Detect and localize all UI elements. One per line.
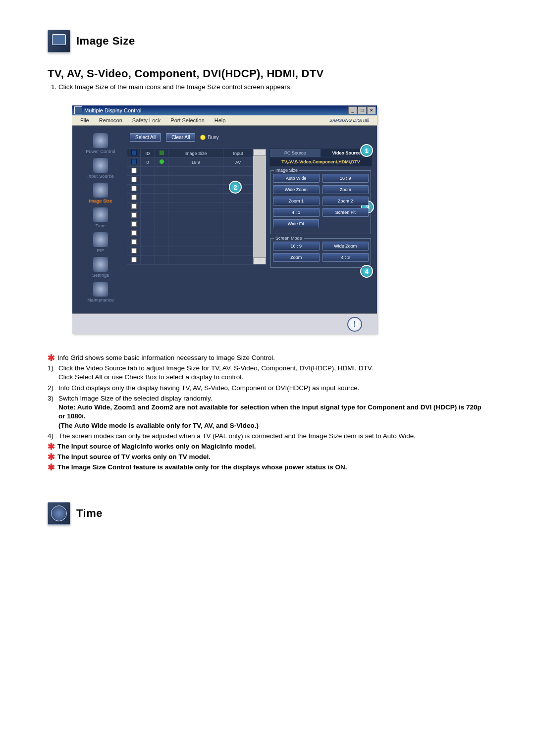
info-row-star3: ✱ The Input source of TV works only on T… <box>48 453 487 461</box>
scroll-up-icon[interactable]: ▲ <box>253 149 266 156</box>
right-panel: PC Source Video Source TV,AV,S-Video,Com… <box>269 149 372 308</box>
titlebar: Multiple Display Control _ □ ✕ <box>72 105 377 115</box>
btn-sm-wide-zoom[interactable]: Wide Zoom <box>322 242 369 251</box>
btn-4-3[interactable]: 4 : 3 <box>273 208 320 217</box>
section-header-time: Time <box>48 502 487 525</box>
sidebar-item-settings[interactable]: Settings <box>77 257 124 278</box>
list-num-2: 2) <box>48 384 58 393</box>
minimize-button[interactable]: _ <box>348 106 357 114</box>
sidebar-label-time: Time <box>77 223 124 228</box>
menubar: File Remocon Safety Lock Port Selection … <box>72 115 377 126</box>
menu-file[interactable]: File <box>75 117 94 123</box>
table-row <box>127 194 267 202</box>
info-text-2: Info Grid displays only the display havi… <box>58 384 487 393</box>
subtitle-inputs: TV, AV, S-Video, Component, DVI(HDCP), H… <box>48 67 487 80</box>
menu-safety[interactable]: Safety Lock <box>127 117 165 123</box>
info-grid: ID Image Size Input ▲ ▼ <box>127 149 267 308</box>
callout-2: 2 <box>229 181 242 194</box>
info-row-2: 2) Info Grid displays only the display h… <box>48 384 487 393</box>
gear-icon <box>93 257 108 272</box>
btn-wide-zoom[interactable]: Wide Zoom <box>273 185 320 194</box>
list-num-1: 1) <box>48 364 58 373</box>
btn-16-9[interactable]: 16 : 9 <box>322 174 369 183</box>
star-icon: ✱ <box>48 463 57 472</box>
sidebar-label-input: Input Source <box>77 174 124 179</box>
info-row-star4: ✱ The Image Size Control feature is avai… <box>48 463 487 472</box>
table-row <box>127 185 267 194</box>
maximize-button[interactable]: □ <box>358 106 367 114</box>
info-row-star: ✱ Info Grid shows some basic information… <box>48 353 487 362</box>
sidebar-label-power: Power Control <box>77 149 124 154</box>
col-id: ID <box>141 149 155 158</box>
clock-icon <box>48 502 70 525</box>
cell-id: 0 <box>141 158 155 167</box>
col-check[interactable] <box>127 149 141 158</box>
table-row <box>127 211 267 220</box>
sidebar-label-image: Image Size <box>77 199 124 203</box>
table-row <box>127 202 267 211</box>
col-size: Image Size <box>168 149 223 158</box>
main-topbar: Select All Clear All Busy <box>127 131 372 145</box>
sidebar-item-input[interactable]: Input Source <box>77 158 124 179</box>
info-text-4: The screen modes can only be adjusted wh… <box>58 432 487 441</box>
statusbar: ! <box>72 313 377 334</box>
close-button[interactable]: ✕ <box>367 106 376 114</box>
busy-label: Busy <box>208 135 218 140</box>
sidebar-item-time[interactable]: Time <box>77 207 124 228</box>
app-screenshot: 1 2 3 4 Multiple Display Control _ □ ✕ F… <box>72 105 487 334</box>
sidebar-item-power[interactable]: Power Control <box>77 133 124 154</box>
btn-auto-wide[interactable]: Auto Wide <box>273 174 320 183</box>
sidebar-label-pip: PIP <box>77 248 124 253</box>
sidebar-item-image[interactable]: Image Size <box>77 183 124 203</box>
table-row <box>127 229 267 238</box>
info-text-1a: Click the Video Source tab to adjust Ima… <box>58 364 487 382</box>
section-header-image: Image Size <box>48 30 487 52</box>
col-input: Input <box>223 149 253 158</box>
row-checkbox[interactable] <box>131 159 137 164</box>
panel-subheader: TV,AV,S-Video,Component,HDMI,DTV <box>269 157 372 166</box>
power-icon <box>93 133 108 148</box>
main-area: Select All Clear All Busy <box>127 131 372 308</box>
menu-port[interactable]: Port Selection <box>165 117 209 123</box>
btn-sm-zoom[interactable]: Zoom <box>273 253 320 262</box>
cell-size: 16:9 <box>168 158 223 167</box>
info-text-3: Switch Image Size of the selected displa… <box>58 394 487 430</box>
info-row-star2: ✱ The Input source of MagicInfo works on… <box>48 442 487 451</box>
btn-zoom2[interactable]: Zoom 2 <box>322 197 369 205</box>
grid-header: ID Image Size Input ▲ ▼ <box>127 149 267 158</box>
sidebar-item-pip[interactable]: PIP <box>77 232 124 253</box>
btn-sm-4-3[interactable]: 4 : 3 <box>322 253 369 262</box>
brand-label: SAMSUNG DIGITall <box>324 118 374 123</box>
fieldset-image-size: Image Size Auto Wide 16 : 9 Wide Zoom Zo… <box>270 170 371 234</box>
star-icon: ✱ <box>48 353 57 362</box>
intro-list: Click Image Size of the main icons and t… <box>48 83 487 91</box>
app-icon <box>74 106 82 114</box>
grid-scrollbar[interactable]: ▲ ▼ <box>253 149 267 265</box>
tab-pc-source[interactable]: PC Source <box>269 149 321 157</box>
table-row <box>127 176 267 185</box>
btn-zoom1[interactable]: Zoom 1 <box>273 197 320 205</box>
table-row <box>127 256 267 265</box>
info-star3: The Image Size Control feature is availa… <box>57 463 487 472</box>
maintenance-icon <box>93 282 108 297</box>
menu-remocon[interactable]: Remocon <box>94 117 127 123</box>
info-icon: ! <box>347 317 362 332</box>
clear-all-button[interactable]: Clear All <box>166 133 195 142</box>
table-row <box>127 167 267 176</box>
btn-sm-16-9[interactable]: 16 : 9 <box>273 242 320 251</box>
window-title: Multiple Display Control <box>84 107 142 113</box>
scroll-down-icon[interactable]: ▼ <box>253 257 266 264</box>
section-title-image: Image Size <box>76 35 135 48</box>
image-icon <box>93 183 108 198</box>
table-row[interactable]: 0 16:9 AV <box>127 158 267 167</box>
sidebar-item-maintenance[interactable]: Maintenance <box>77 282 124 302</box>
btn-wide-fit[interactable]: Wide Fit <box>273 219 319 228</box>
callout-1: 1 <box>360 144 373 157</box>
btn-screen-fit[interactable]: Screen Fit <box>322 208 369 217</box>
select-all-button[interactable]: Select All <box>130 133 161 142</box>
menu-help[interactable]: Help <box>210 117 231 123</box>
content-split: ID Image Size Input ▲ ▼ <box>127 149 372 308</box>
cell-input: AV <box>223 158 253 167</box>
btn-zoom[interactable]: Zoom <box>322 185 369 194</box>
intro-step-1: Click Image Size of the main icons and t… <box>58 83 487 91</box>
